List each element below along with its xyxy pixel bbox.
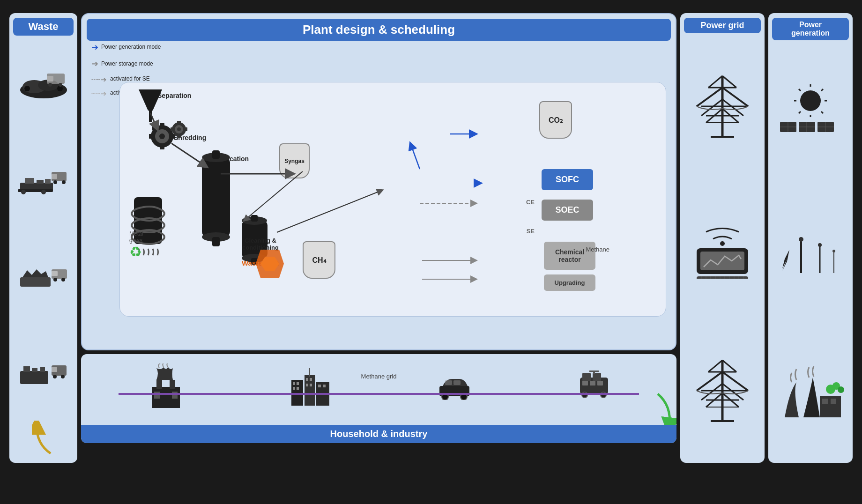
smart-meter-icon bbox=[687, 218, 758, 279]
glass-label: glass bbox=[129, 237, 143, 244]
gasifier-vessel bbox=[197, 148, 235, 251]
svg-rect-51 bbox=[202, 157, 230, 237]
svg-rect-85 bbox=[293, 382, 295, 385]
svg-rect-179 bbox=[822, 399, 828, 404]
power-grid-icon-1 bbox=[687, 74, 758, 139]
gasifier-icon bbox=[197, 148, 235, 251]
co2-label: CO₂ bbox=[549, 116, 563, 125]
svg-line-112 bbox=[697, 88, 722, 106]
svg-point-7 bbox=[48, 83, 52, 87]
metal-label: Metal bbox=[129, 230, 143, 237]
waste-title: Waste bbox=[13, 18, 74, 36]
svg-rect-104 bbox=[582, 381, 588, 385]
center-column: Plant design & scheduling ➔ Power genera… bbox=[81, 13, 676, 443]
waste-pile-icon bbox=[18, 69, 69, 99]
green-arrow bbox=[653, 392, 676, 429]
svg-line-68 bbox=[410, 143, 420, 169]
syngas-bag: Syngas bbox=[279, 143, 310, 178]
svg-rect-22 bbox=[52, 271, 58, 276]
svg-rect-27 bbox=[32, 368, 37, 372]
svg-point-23 bbox=[53, 278, 57, 282]
svg-rect-128 bbox=[697, 276, 748, 279]
svg-line-113 bbox=[722, 88, 748, 106]
svg-rect-10 bbox=[25, 178, 34, 184]
transmission-tower-2-icon bbox=[687, 358, 758, 423]
svg-line-149 bbox=[722, 360, 736, 372]
nuclear-plant-icon bbox=[775, 363, 846, 420]
svg-rect-28 bbox=[40, 367, 45, 372]
power-gen-nuclear bbox=[775, 363, 846, 420]
blue-arrow-icon: ➔ bbox=[91, 40, 98, 55]
legend-row-1: ➔ Power generation mode bbox=[91, 40, 161, 55]
svg-rect-48 bbox=[171, 127, 173, 131]
waste-item-3 bbox=[18, 261, 69, 291]
svg-point-37 bbox=[159, 133, 165, 139]
svg-line-158 bbox=[799, 89, 801, 91]
power-grid-icons bbox=[684, 39, 761, 458]
separator-vessel bbox=[136, 87, 164, 125]
waste-heat-arrow-icon bbox=[256, 250, 284, 278]
svg-rect-11 bbox=[37, 180, 44, 184]
dot-arrow-icon: ┄┄➔ bbox=[91, 87, 107, 100]
svg-rect-106 bbox=[597, 381, 603, 385]
gray-arrow-icon: ➔ bbox=[91, 56, 98, 71]
svg-point-32 bbox=[61, 375, 65, 378]
city-buildings-icon bbox=[289, 366, 331, 408]
factory-left-icon bbox=[147, 363, 185, 410]
power-gen-solar bbox=[775, 84, 846, 136]
co2-bag: CO₂ bbox=[539, 101, 572, 139]
legend-power-gen: Power generation mode bbox=[101, 42, 161, 52]
svg-point-16 bbox=[62, 180, 66, 184]
svg-marker-33 bbox=[139, 89, 162, 111]
svg-rect-42 bbox=[152, 126, 156, 130]
svg-rect-93 bbox=[318, 385, 321, 387]
wind-turbines-icon bbox=[775, 222, 846, 278]
power-gen-wind bbox=[775, 222, 846, 278]
legend-row-2: ➔ Power storage mode bbox=[91, 56, 161, 71]
syngas-label: Syngas bbox=[284, 158, 305, 164]
ce-label: CE bbox=[526, 199, 535, 206]
soec-box: SOEC bbox=[542, 200, 593, 221]
sofc-label: SOFC bbox=[556, 175, 579, 184]
svg-marker-177 bbox=[782, 250, 792, 271]
svg-rect-14 bbox=[52, 174, 57, 179]
svg-rect-110 bbox=[589, 371, 599, 372]
upgrading-box: Upgrading bbox=[544, 274, 595, 291]
svg-line-148 bbox=[708, 360, 722, 372]
industrial-waste-icon bbox=[18, 357, 69, 387]
power-grid-icon-3 bbox=[687, 358, 758, 423]
construction-waste-icon bbox=[18, 165, 69, 195]
svg-rect-6 bbox=[47, 76, 53, 82]
svg-rect-30 bbox=[52, 367, 57, 372]
svg-rect-99 bbox=[445, 380, 452, 385]
ch4-bag: CH₄ bbox=[303, 241, 335, 279]
svg-rect-26 bbox=[23, 366, 30, 372]
waste-item-2 bbox=[18, 165, 69, 195]
svg-point-45 bbox=[177, 127, 181, 131]
svg-point-3 bbox=[24, 86, 30, 91]
svg-rect-39 bbox=[160, 146, 164, 149]
methane-grid-label: Methane grid bbox=[361, 373, 397, 380]
svg-rect-127 bbox=[700, 252, 744, 270]
svg-rect-25 bbox=[20, 371, 48, 384]
svg-rect-47 bbox=[177, 135, 181, 138]
power-grid-column: Power grid bbox=[680, 13, 765, 463]
plant-title: Plant design & scheduling bbox=[87, 19, 671, 41]
svg-line-161 bbox=[799, 111, 801, 113]
svg-rect-49 bbox=[185, 127, 187, 131]
soec-label: SOEC bbox=[555, 205, 579, 215]
svg-rect-38 bbox=[160, 123, 164, 127]
svg-rect-94 bbox=[323, 385, 326, 387]
svg-rect-90 bbox=[310, 378, 312, 381]
svg-point-183 bbox=[838, 386, 844, 393]
scrap-icon bbox=[18, 261, 69, 291]
cleaning-text: Cleaning & conditioning bbox=[242, 237, 279, 251]
svg-point-8 bbox=[59, 83, 62, 87]
waste-item-1 bbox=[18, 69, 69, 99]
process-area: Separation Shredding bbox=[119, 82, 666, 317]
power-gen-title-text: Powergeneration bbox=[791, 21, 830, 37]
svg-rect-89 bbox=[306, 378, 308, 381]
svg-point-24 bbox=[61, 278, 65, 282]
waste-column: Waste bbox=[9, 13, 77, 463]
ch4-label: CH₄ bbox=[312, 256, 326, 265]
